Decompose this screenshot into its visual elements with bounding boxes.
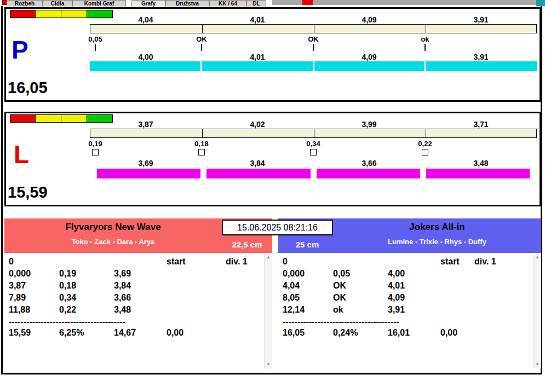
checkpoint-tick-icon [424,44,426,51]
results-cell: 0,000 [283,269,305,279]
results-cell: 15,59 [9,328,31,338]
lane-l-net-time: 3,84 [236,159,279,168]
results-cell: 0,00 [440,328,457,338]
results-left-scrollbar[interactable]: ▲ ▼ [264,253,272,368]
fault-marker-box [198,149,205,155]
lane-p-progress-bar [90,61,537,71]
results-row: 0,000 0,05 4,00 [278,269,541,281]
status-light-yellow-icon [61,114,87,123]
results-cell: div. 1 [226,257,248,267]
results-header-row: 0 start div. 1 [278,257,541,269]
team-right-distance: 25 cm [283,240,332,249]
lane-l-net-time: 3,48 [459,159,503,168]
lane-l-split-time: 3,99 [347,120,391,129]
lane-l-total-time: 15,59 [8,183,48,201]
lane-l-split-time: 4,02 [236,120,279,129]
results-cell: 14,67 [114,328,136,338]
results-cell: 0,24% [333,328,358,338]
results-cell: 16,01 [388,328,410,338]
results-cell: 7,89 [9,293,26,303]
results-separator: ---------------------------------------- [4,317,272,328]
lane-l-checkpoint-label: 0,34 [297,140,330,148]
lane-l-checkpoint-label: 0,22 [409,140,441,148]
results-right-scrollbar[interactable]: ▲ ▼ [533,253,541,368]
separator-dashes: ---------------------------------------- [9,317,125,327]
checkpoint-tick-icon [201,44,202,51]
status-light-yellow-icon [61,10,87,18]
lane-l-checkpoint-label: 0,18 [185,140,218,148]
results-cell: 0,19 [59,269,76,279]
results-cell: 3,84 [114,281,131,291]
results-cell: 16,05 [283,328,305,338]
results-cell: start [440,257,460,267]
results-cell: OK [333,293,346,303]
lane-p-checkpoint-label: OK [297,35,330,43]
results-cell: 0,22 [59,305,76,315]
lane-l-panel: L 3,87 4,02 3,99 3,71 0,19 0,18 0,34 0,2… [4,112,541,206]
lane-p-label: P [12,37,28,62]
results-cell: 3,66 [114,293,131,303]
results-cell: 12,14 [283,305,305,315]
status-light-green-icon [87,114,113,123]
results-row: 12,14 ok 3,91 [278,305,541,317]
team-left-members: Toko - Zack - Dara - Arya [4,238,222,246]
results-cell: 4,09 [388,293,405,303]
horizontal-scrollbar-thumb[interactable] [302,0,313,5]
results-cell: 11,88 [9,305,30,315]
checkpoint-tick-icon [313,44,314,51]
team-right-members: Lumine - Trixie - Rhys - Duffy [333,238,541,246]
results-cell: 6,25% [59,328,84,338]
status-light-yellow-icon [36,114,61,123]
results-cell: 4,01 [388,281,405,291]
lane-l-split-time: 3,71 [459,120,503,129]
lane-p-checkpoint-label: 0,05 [79,35,112,43]
lane-p-net-time: 3,91 [459,53,503,61]
team-left-name: Flyvaryors New Wave [4,222,222,233]
results-total-row: 15,59 6,25% 14,67 0,00 [4,328,272,340]
lane-p-status-lights [10,10,113,18]
results-cell: 4,04 [283,281,300,291]
lane-p-split-time: 4,04 [124,15,168,24]
lane-p-net-time: 4,00 [124,53,168,61]
timestamp: 15.06.2025 08:21:16 [222,220,333,235]
lane-p-panel: P 4,04 4,01 4,09 3,91 0,05 OK OK ok 4,00… [4,7,541,102]
results-row: 8,05 OK 4,09 [278,293,541,305]
lane-l-net-time: 3,66 [347,159,391,168]
results-cell: 0,34 [59,293,76,303]
lane-l-status-lights [10,114,113,123]
scroll-up-icon[interactable]: ▲ [265,255,272,260]
results-header-row: 0 start div. 1 [4,257,272,269]
results-cell: div. 1 [474,257,496,267]
team-right-name: Jokers All-in [333,222,541,233]
scroll-up-icon[interactable]: ▲ [533,255,541,260]
scroll-down-icon[interactable]: ▼ [265,362,272,367]
results-row: 7,89 0,34 3,66 [4,293,272,305]
lane-l-progress-bar [97,169,530,178]
status-light-red-icon [10,10,36,18]
lane-p-net-time: 4,01 [236,53,279,61]
results-total-row: 16,05 0,24% 16,01 0,00 [278,328,541,340]
status-light-green-icon [87,10,113,18]
results-cell: 4,00 [388,269,405,279]
lane-p-split-time: 3,91 [459,15,503,24]
results-row: 3,87 0,18 3,84 [4,281,272,293]
scroll-down-icon[interactable]: ▼ [533,362,541,367]
results-separator: ---------------------------------------- [278,317,541,328]
fault-marker-box [422,149,428,155]
checkpoint-tick-icon [95,44,96,51]
lane-p-total-time: 16,05 [8,79,48,97]
corner-indicator [536,0,545,6]
results-cell: 0 [283,257,288,267]
lane-l-checkpoint-label: 0,19 [79,140,112,148]
lane-p-split-time: 4,01 [236,15,279,24]
results-cell: 3,91 [388,305,405,315]
results-cell: OK [333,281,346,291]
results-cell: 3,87 [9,281,26,291]
results-cell: start [167,257,186,267]
results-cell: 0,000 [9,269,31,279]
results-cell: 0,05 [333,269,350,279]
lane-p-net-time: 4,09 [347,53,391,61]
lane-p-split-time: 4,09 [347,15,391,24]
results-cell: 0,00 [167,328,183,338]
status-light-yellow-icon [36,10,61,18]
